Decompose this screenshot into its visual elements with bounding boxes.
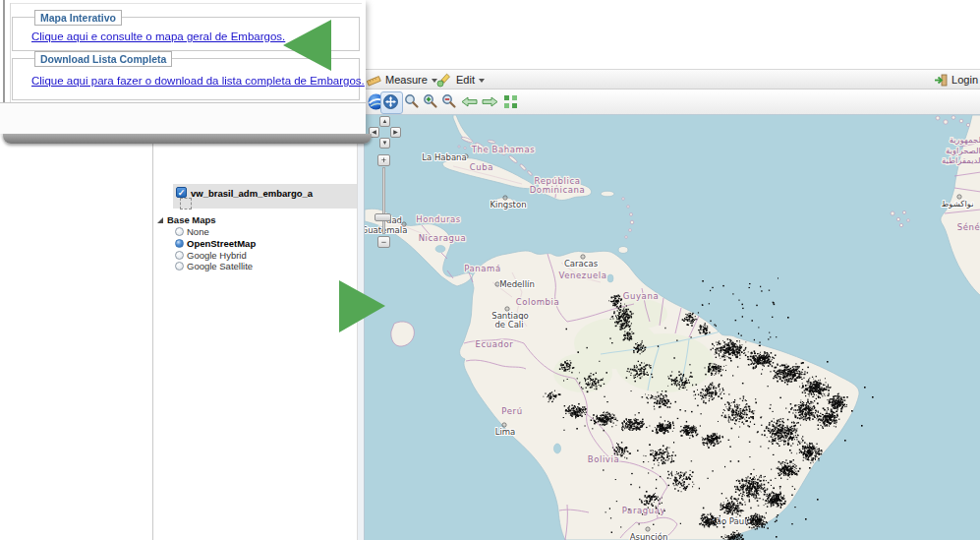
- edit-label: Edit: [456, 70, 475, 90]
- layer-checkbox[interactable]: ✓: [176, 187, 187, 198]
- pan-up-button[interactable]: ▲: [379, 116, 390, 127]
- city-marker-dot: [647, 528, 648, 529]
- map-country-label: Nicaragua: [419, 233, 467, 243]
- map-city-label: Kingston: [490, 200, 526, 210]
- basemap-openstreetmap: The BahamasCubaRepúblicaDominicanaHondur…: [365, 115, 980, 540]
- map-country-label: الصحراوية: [946, 146, 980, 155]
- pan-right-icon: ▶: [393, 129, 398, 135]
- basemaps-title: Base Maps: [167, 214, 216, 225]
- map-city-label: São Paulo: [711, 516, 751, 526]
- download-list-link[interactable]: Clique aqui para fazer o download da lis…: [31, 75, 365, 87]
- city-marker-dot: [496, 283, 497, 284]
- zoom-in-icon[interactable]: [423, 93, 438, 109]
- previous-extent-icon[interactable]: [461, 96, 478, 107]
- map-country-label: Panamá: [464, 264, 501, 273]
- map-country-label: Perú: [501, 406, 522, 416]
- zoom-slider-thumb[interactable]: [375, 213, 391, 221]
- legend-loading-icon: [180, 198, 192, 210]
- window-footer: [0, 103, 366, 134]
- basemaps-group-header[interactable]: Base Maps: [157, 214, 216, 225]
- pan-down-icon: ▼: [382, 140, 388, 146]
- pan-right-button[interactable]: ▶: [390, 127, 401, 138]
- radio-icon[interactable]: [175, 227, 184, 236]
- zoom-slider-track[interactable]: [382, 167, 385, 234]
- map-country-label: Colombia: [516, 297, 560, 307]
- pan-arrows-icon: [383, 94, 398, 109]
- edit-caret-icon: [479, 79, 485, 83]
- radio-icon[interactable]: [175, 262, 184, 270]
- measure-menu-button[interactable]: Measure: [367, 70, 437, 90]
- map-country-label: Paraguay: [622, 506, 665, 515]
- interactive-map-link[interactable]: Clique aqui e consulte o mapa geral de E…: [31, 30, 285, 42]
- city-marker-dot: [503, 424, 504, 425]
- map-city-label: Lima: [495, 427, 516, 437]
- map-country-label: Dominicana: [530, 185, 586, 195]
- screenshot-stage: Measure Edit: [0, 0, 980, 540]
- pan-up-icon: ▲: [382, 118, 388, 124]
- basemap-option-openstreetmap[interactable]: OpenStreetMap: [175, 238, 342, 250]
- map-country-label: Guyana: [623, 291, 659, 301]
- map-country-label: The Bahamas: [471, 145, 536, 154]
- max-extent-icon[interactable]: [503, 94, 518, 109]
- zoom-box-icon[interactable]: [404, 93, 420, 109]
- map-country-label: Sénégal: [957, 222, 980, 232]
- map-country-label: Bolivia: [588, 454, 620, 464]
- panel-splitter[interactable]: [357, 115, 365, 540]
- radio-icon[interactable]: [175, 239, 184, 248]
- city-marker-dot: [506, 308, 507, 309]
- basemap-option-label: OpenStreetMap: [187, 238, 256, 249]
- map-city-label: نواكشوط: [942, 199, 974, 209]
- login-label: Login: [951, 70, 978, 90]
- basemap-option-label: None: [187, 226, 209, 237]
- basemap-radio-list: NoneOpenStreetMapGoogle HybridGoogle Sat…: [175, 226, 342, 272]
- basemap-option-google-satellite[interactable]: Google Satellite: [175, 261, 342, 272]
- basemap-option-google-hybrid[interactable]: Google Hybrid: [175, 249, 342, 261]
- map-city-label: de Cali: [494, 320, 523, 330]
- plus-icon: +: [381, 155, 386, 165]
- city-marker-dot: [958, 196, 959, 197]
- login-door-icon: [934, 74, 948, 87]
- zoom-out-icon[interactable]: [441, 93, 457, 109]
- zoom-out-button[interactable]: −: [377, 236, 390, 248]
- edit-menu-button[interactable]: Edit: [436, 70, 485, 90]
- pan-left-icon: ◀: [372, 129, 376, 135]
- zoom-in-button[interactable]: +: [377, 154, 390, 166]
- radio-icon[interactable]: [175, 251, 184, 260]
- city-marker-dot: [504, 197, 505, 198]
- map-city-label: La Habana: [422, 152, 466, 162]
- pan-tool-button[interactable]: [380, 91, 403, 114]
- map-country-label: الجمهورية: [950, 135, 980, 145]
- map-city-label: Asunción: [630, 532, 668, 540]
- measure-label: Measure: [385, 70, 428, 90]
- map-country-label: Cuba: [470, 162, 493, 172]
- ruler-icon: [367, 74, 381, 88]
- basemap-option-none[interactable]: None: [175, 226, 342, 238]
- map-city-label: Caracas: [564, 259, 599, 269]
- minus-icon: −: [381, 237, 386, 247]
- browser-window-snippet: Mapa Interativo Clique aqui e consulte o…: [0, 0, 366, 134]
- layers-panel: ✓ vw_brasil_adm_embargo_a Base Maps None…: [153, 115, 357, 540]
- pencil-icon: [436, 73, 452, 88]
- map-country-label: الديمقراطية: [942, 155, 980, 165]
- layer-name-label: vw_brasil_adm_embargo_a: [191, 188, 313, 199]
- map-viewport[interactable]: The BahamasCubaRepúblicaDominicanaHondur…: [365, 115, 980, 540]
- basemap-option-label: Google Satellite: [187, 261, 253, 271]
- basemap-option-label: Google Hybrid: [187, 250, 247, 261]
- map-city-label: Guatemala: [365, 225, 407, 235]
- pan-down-button[interactable]: ▼: [379, 138, 390, 149]
- city-marker-dot: [582, 256, 583, 257]
- group-expander-icon[interactable]: [157, 217, 163, 223]
- map-country-label: Ecuador: [476, 339, 514, 349]
- content-left-border: [10, 3, 11, 102]
- map-city-label: Medellín: [499, 279, 535, 289]
- download-list-legend: Download Lista Completa: [34, 51, 172, 67]
- interactive-map-legend: Mapa Interativo: [34, 10, 122, 26]
- next-extent-icon[interactable]: [482, 96, 498, 107]
- content-top-border: [10, 3, 362, 4]
- map-country-label: Honduras: [416, 214, 461, 224]
- login-button[interactable]: Login: [934, 70, 978, 90]
- map-country-label: Venezuela: [558, 270, 606, 280]
- window-bottom-chrome: [3, 134, 372, 144]
